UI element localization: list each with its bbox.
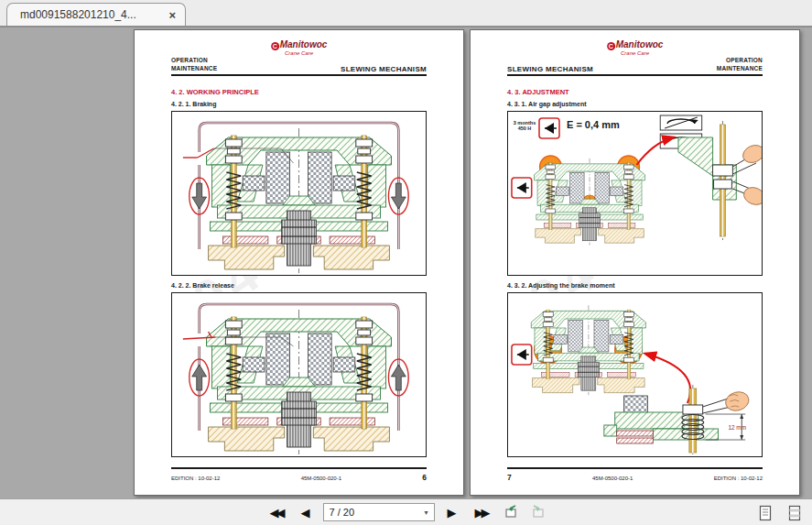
last-page-icon: ▶▶ [475, 506, 488, 520]
page-header: OPERATION MAINTENANCE CManitowoc Crane C… [171, 39, 427, 76]
page-indicator: 7 / 20 [330, 507, 355, 518]
brake-moment-diagram: 12 mm [508, 293, 762, 456]
air-gap-value: E = 0,4 mm [567, 119, 620, 131]
brake-release-diagram [172, 293, 426, 456]
subsection-heading: 4. 3. 1. Air gap adjustment [507, 101, 763, 107]
page-header: SLEWING MECHANISM CManitowoc Crane Care … [507, 39, 763, 76]
single-page-view-button[interactable] [755, 502, 775, 525]
section-heading: 4. 3. ADJUSTMENT [507, 88, 763, 96]
figure-brake-release [171, 292, 427, 457]
last-page-button[interactable]: ▶▶ [470, 505, 493, 520]
manitowoc-logo: CManitowoc Crane Care [607, 39, 664, 57]
doc-type: OPERATION MAINTENANCE [717, 56, 763, 74]
page-number: 7 [507, 473, 512, 482]
continuous-view-icon [786, 504, 803, 522]
figure-braking [171, 111, 427, 276]
document-tab[interactable]: md0091588201210_4... × [6, 3, 186, 26]
braking-diagram [172, 112, 426, 275]
first-page-icon: ◀◀ [270, 506, 283, 520]
subsection-heading: 4. 3. 2. Adjusting the brake moment [507, 282, 763, 289]
edition-label: EDITION : 10-02-12 [714, 476, 763, 481]
feeler-gauge-icon [538, 117, 560, 139]
manitowoc-logo: CManitowoc Crane Care [271, 39, 328, 57]
edition-label: EDITION : 10-02-12 [171, 476, 220, 481]
forward-view-button[interactable] [528, 501, 548, 524]
first-page-button[interactable]: ◀◀ [265, 505, 288, 520]
doc-number: 45M-0500-020-1 [301, 476, 341, 481]
page-footer: EDITION : 10-02-12 45M-0500-020-1 6 [171, 467, 427, 482]
logo-circle-icon: C [607, 42, 615, 50]
previous-page-button[interactable]: ◀ [296, 505, 316, 520]
chapter-title: SLEWING MECHANISM [507, 65, 593, 73]
doc-type: OPERATION MAINTENANCE [171, 56, 217, 74]
bottom-toolbar: ◀◀ ◀ 7 / 20 ▾ ▶ ▶▶ [0, 498, 812, 525]
section-heading: 4. 2. WORKING PRINCIPLE [171, 88, 427, 96]
logo-circle-icon: C [271, 42, 279, 50]
next-page-icon: ▶ [448, 506, 457, 520]
page-number-combobox[interactable]: 7 / 20 ▾ [323, 503, 435, 521]
service-interval: 3 months 450 H [512, 120, 537, 132]
forward-view-icon [530, 503, 547, 520]
page-7: 0434404 SLEWING MECHANISM CManitowoc Cra… [470, 29, 800, 496]
spring-dimension: 12 mm [728, 424, 746, 431]
tab-bar: md0091588201210_4... × [0, 0, 812, 27]
figure-brake-moment: 12 mm [507, 292, 763, 457]
chevron-down-icon: ▾ [424, 509, 428, 517]
subsection-heading: 4. 2. 1. Braking [171, 101, 427, 107]
close-icon[interactable]: × [168, 9, 176, 21]
continuous-view-button[interactable] [785, 502, 805, 525]
tab-title: md0091588201210_4... [20, 8, 136, 21]
back-view-button[interactable] [501, 501, 521, 524]
subsection-heading: 4. 2. 2. Brake release [171, 282, 427, 289]
page-footer: 7 45M-0500-020-1 EDITION : 10-02-12 [507, 467, 763, 482]
chapter-title: SLEWING MECHANISM [341, 65, 427, 73]
layout-buttons [755, 502, 805, 525]
page-6: 0434404 OPERATION MAINTENANCE CManitowoc… [134, 29, 464, 496]
previous-page-icon: ◀ [301, 506, 310, 520]
figure-air-gap: 3 months 450 H E = 0,4 mm [507, 111, 763, 276]
page-number: 6 [422, 473, 427, 482]
back-view-icon [503, 503, 519, 520]
next-page-button[interactable]: ▶ [442, 505, 462, 520]
single-page-view-icon [757, 504, 774, 522]
document-canvas: 0434404 OPERATION MAINTENANCE CManitowoc… [0, 27, 812, 499]
doc-number: 45M-0500-020-1 [592, 476, 633, 481]
